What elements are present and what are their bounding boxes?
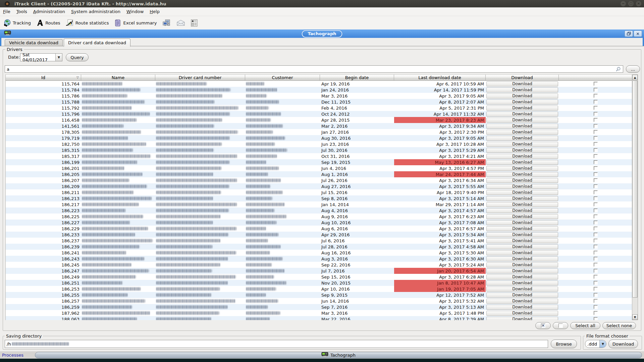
row-checkbox[interactable] — [594, 142, 598, 146]
row-download-button[interactable]: Download — [486, 154, 558, 159]
table-row[interactable]: 186,253Apr 10, 2016Jan 19, 2017 7:05 AMD… — [6, 286, 632, 292]
row-checkbox[interactable] — [594, 275, 598, 279]
toolbar-report-button[interactable] — [189, 18, 200, 28]
table-row[interactable]: 182,750Jun 23, 2016Apr 3, 2017 10:28 AMD… — [6, 141, 632, 147]
column-header-customer[interactable]: Customer — [245, 74, 320, 81]
table-row[interactable]: 186,229Aug 6, 2016Apr 3, 2017 6:57 AMDow… — [6, 226, 632, 232]
row-checkbox[interactable] — [594, 184, 598, 188]
menu-tools[interactable]: Tools — [13, 8, 30, 15]
tachograph-titlebar[interactable]: Tachograph ✕ — [0, 29, 644, 38]
table-row[interactable]: 115,796Oct 24, 2012Apr 14, 2017 11:32 AM… — [6, 111, 632, 117]
column-header-driver-card-number[interactable]: Driver card number — [155, 74, 245, 81]
row-download-button[interactable]: Download — [486, 208, 558, 213]
row-checkbox[interactable] — [594, 112, 598, 116]
table-row[interactable]: 115,788Dec 11, 2015Apr 8, 2017 2:07 AMDo… — [6, 99, 632, 105]
table-row[interactable]: 186,233Apr 29, 2016Apr 3, 2017 5:34 AMDo… — [6, 232, 632, 238]
taskbar-task-tachograph[interactable]: Tachograph — [35, 352, 642, 358]
file-format-combobox[interactable]: .ddd ▼ — [585, 340, 606, 348]
table-row[interactable]: 186,247Jul 7, 2016Jan 20, 2017 6:54 AMDo… — [6, 268, 632, 274]
row-download-button[interactable]: Download — [486, 81, 558, 86]
table-row[interactable]: 141,561Mar 2, 2016Apr 3, 2017 9:34 AMDow… — [6, 123, 632, 129]
filter-input[interactable]: a — [5, 65, 623, 73]
row-download-button[interactable]: Download — [486, 244, 558, 249]
row-checkbox[interactable] — [594, 82, 598, 86]
row-checkbox[interactable] — [594, 251, 598, 255]
table-row[interactable]: 179,719Aug 30, 2016Apr 3, 2017 9:05 AMDo… — [6, 135, 632, 141]
scrollbar-thumb[interactable] — [632, 80, 638, 298]
table-row[interactable]: 185,317Oct 31, 2016Apr 3, 2017 4:21 AMDo… — [6, 153, 632, 159]
row-checkbox[interactable] — [594, 287, 598, 291]
row-download-button[interactable]: Download — [486, 94, 558, 99]
row-download-button[interactable]: Download — [486, 256, 558, 261]
row-download-button[interactable]: Download — [486, 106, 558, 111]
table-row[interactable]: 186,259Sep 7, 2016Apr 3, 2017 5:13 AMDow… — [6, 304, 632, 310]
row-download-button[interactable]: Download — [486, 250, 558, 255]
table-row[interactable]: 186,251Nov 20, 2015Jan 8, 2017 10:47 AMD… — [6, 280, 632, 286]
row-download-button[interactable]: Download — [486, 305, 558, 310]
row-checkbox[interactable] — [594, 215, 598, 219]
row-checkbox[interactable] — [594, 311, 598, 315]
menu-window[interactable]: Window — [123, 8, 147, 15]
table-row[interactable]: 185,315Jul 30, 2016Apr 3, 2017 5:29 AMDo… — [6, 147, 632, 153]
row-download-button[interactable]: Download — [486, 281, 558, 286]
table-row[interactable]: 186,207Jul 26, 2016Apr 3, 2017 6:34 AMDo… — [6, 177, 632, 183]
row-checkbox[interactable] — [594, 239, 598, 243]
table-row[interactable]: 186,243Aug 3, 2016Apr 3, 2017 6:30 AMDow… — [6, 256, 632, 262]
row-download-button[interactable]: Download — [486, 299, 558, 304]
row-download-button[interactable]: Download — [486, 178, 558, 183]
row-checkbox[interactable] — [594, 245, 598, 249]
row-checkbox[interactable] — [594, 202, 598, 206]
table-row[interactable]: 186,223Aug 4, 2016Apr 3, 2017 4:57 AMDow… — [6, 207, 632, 214]
row-checkbox[interactable] — [594, 178, 598, 182]
row-download-button[interactable]: Download — [486, 232, 558, 237]
row-download-button[interactable]: Download — [486, 100, 558, 105]
chevron-down-icon[interactable]: ▼ — [599, 340, 606, 348]
row-download-button[interactable]: Download — [486, 317, 558, 320]
column-header-download[interactable]: Download — [486, 74, 559, 81]
toolbar-excel-summary-button[interactable]: Excel summary — [112, 18, 159, 28]
download-selected-button[interactable]: Download — [608, 340, 638, 348]
menu-help[interactable]: Help — [147, 8, 163, 15]
row-download-button[interactable]: Download — [486, 226, 558, 231]
row-download-button[interactable]: Download — [486, 311, 558, 316]
table-row[interactable]: 186,199Sep 19, 2015May 13, 2016 6:27 AMD… — [6, 159, 632, 165]
table-row[interactable]: 186,249Sep 15, 2016Apr 3, 2017 6:28 AMDo… — [6, 274, 632, 280]
row-download-button[interactable]: Download — [486, 142, 558, 147]
row-checkbox[interactable] — [594, 124, 598, 128]
browse-button[interactable]: Browse — [551, 340, 577, 348]
row-download-button[interactable]: Download — [486, 202, 558, 207]
row-checkbox[interactable] — [594, 148, 598, 152]
row-download-button[interactable]: Download — [486, 184, 558, 189]
row-checkbox[interactable] — [594, 106, 598, 110]
table-row[interactable]: 186,227Aug 10, 2016Apr 3, 2017 7:08 AMDo… — [6, 220, 632, 226]
row-checkbox[interactable] — [594, 305, 598, 309]
table-row[interactable]: 115,764Apr 19, 2016Apr 6, 2017 10:59 AMD… — [6, 81, 632, 87]
row-checkbox[interactable] — [594, 299, 598, 303]
table-row[interactable]: 186,209Aug 27, 2016Apr 3, 2017 5:55 AMDo… — [6, 183, 632, 189]
column-header-select[interactable] — [559, 74, 632, 81]
menu-file[interactable]: File — [0, 8, 13, 15]
column-header-begin-date[interactable]: Begin date — [320, 74, 394, 81]
row-download-button[interactable]: Download — [486, 172, 558, 177]
row-download-button[interactable]: Download — [486, 275, 558, 280]
toolbar-tracking-button[interactable]: Tracking — [1, 18, 33, 28]
table-row[interactable]: 116,458Apr 28, 2015Mar 23, 2017 8:23 AMD… — [6, 117, 632, 123]
table-row[interactable]: 186,211Jul 15, 2016Apr 18, 2017 9:40 PMD… — [6, 189, 632, 195]
menu-system-administration[interactable]: System administration — [68, 8, 123, 15]
table-row[interactable]: 186,201Jun 4, 2016Apr 3, 2017 4:57 PMDow… — [6, 165, 632, 171]
row-checkbox[interactable] — [594, 257, 598, 261]
row-checkbox[interactable] — [594, 293, 598, 297]
table-row[interactable]: 186,205Aug 1, 2016Mar 24, 2017 7:44 AMDo… — [6, 171, 632, 177]
column-header-last-download-date[interactable]: Last download date — [394, 74, 486, 81]
row-download-button[interactable]: Download — [486, 118, 558, 123]
restore-window-button[interactable] — [625, 31, 633, 37]
toolbar-routes-button[interactable]: Routes — [34, 18, 62, 27]
row-download-button[interactable]: Download — [486, 268, 558, 274]
table-row[interactable]: 188,063Mar 22, 2016Apr 8, 2017 7:39 AMDo… — [6, 316, 632, 320]
row-download-button[interactable]: Download — [486, 214, 558, 219]
row-download-button[interactable]: Download — [486, 160, 558, 165]
row-download-button[interactable]: Download — [486, 196, 558, 201]
table-row[interactable]: 186,245Sep 22, 2016Apr 3, 2017 5:24 AMDo… — [6, 262, 632, 268]
table-row[interactable]: 186,217Jan 14, 2014Mar 29, 2017 1:14 AMD… — [6, 201, 632, 207]
table-row[interactable]: 178,305Jan 27, 2016Apr 3, 2017 2:30 PMDo… — [6, 129, 632, 135]
